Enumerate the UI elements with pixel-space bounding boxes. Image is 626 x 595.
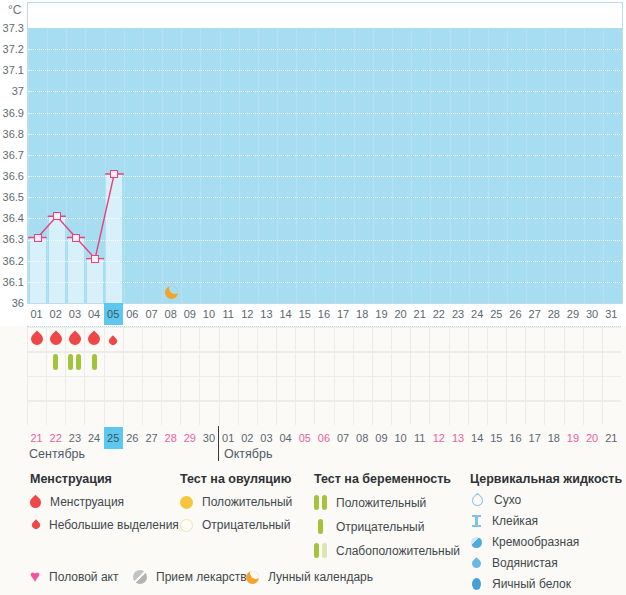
calendar-date-cell[interactable]: 11 [410,427,429,449]
cycle-day-cell[interactable]: 25 [487,303,506,325]
legend-label: Отрицательный [336,520,424,534]
legend-item-eggwhite: Яичный белок [470,577,622,591]
cycle-day-cell[interactable]: 28 [544,303,563,325]
cycle-day-cell[interactable]: 16 [314,303,333,325]
cycle-day-cell[interactable]: 30 [583,303,602,325]
pregnancy-test-day-icon [76,354,81,370]
calendar-date-cell[interactable]: 04 [276,427,295,449]
y-axis-tick: 36.9 [0,107,24,128]
calendar-date-cell[interactable]: 15 [487,427,506,449]
cycle-day-cell[interactable]: 01 [27,303,46,325]
y-axis-tick: 36.5 [0,191,24,212]
legend-item-creamy: Кремообразная [470,535,622,549]
calendar-date-cell[interactable]: 25 [104,427,123,449]
y-axis-tick: 36 [0,297,24,318]
calendar-date-cell[interactable]: 02 [238,427,257,449]
y-axis-tick: 37.2 [0,43,24,64]
calendar-date-cell[interactable]: 14 [468,427,487,449]
calendar-date-cell[interactable]: 01 [219,427,238,449]
calendar-date-cell[interactable]: 05 [295,427,314,449]
creamy-icon [471,537,482,548]
cycle-day-cell[interactable]: 06 [123,303,142,325]
temperature-point[interactable] [72,234,80,242]
legend-pregnancy-title: Тест на беременность [314,472,460,486]
calendar-date-cell[interactable]: 24 [84,427,103,449]
calendar-date-cell[interactable]: 13 [448,427,467,449]
legend-item-watery: Водянистая [470,556,622,570]
calendar-date-cell[interactable]: 12 [429,427,448,449]
y-axis-tick: 36.6 [0,170,24,191]
spotting-drop-icon [30,519,41,530]
cycle-day-cell[interactable]: 19 [372,303,391,325]
cycle-day-cell[interactable]: 27 [525,303,544,325]
cycle-day-cell[interactable]: 15 [295,303,314,325]
cycle-day-cell[interactable]: 24 [468,303,487,325]
y-axis-tick: 36.3 [0,233,24,254]
legend-item-ovulation-negative: Отрицательный [180,518,292,532]
calendar-date-row: 2122232425262728293001020304050607080910… [27,427,621,449]
cycle-day-cell[interactable]: 09 [180,303,199,325]
cycle-day-cell[interactable]: 31 [602,303,621,325]
cycle-day-cell[interactable]: 03 [65,303,84,325]
calendar-date-cell[interactable]: 09 [372,427,391,449]
cycle-day-cell[interactable]: 29 [563,303,582,325]
cycle-day-cell[interactable]: 08 [161,303,180,325]
moon-icon [246,571,259,584]
cycle-day-cell[interactable]: 26 [506,303,525,325]
calendar-date-cell[interactable]: 07 [334,427,353,449]
calendar-date-cell[interactable]: 18 [544,427,563,449]
temperature-line [28,3,622,303]
calendar-date-cell[interactable]: 06 [314,427,333,449]
cycle-day-cell[interactable]: 12 [238,303,257,325]
y-axis-tick: 37.3 [0,22,24,43]
y-axis-tick: 36.7 [0,149,24,170]
cycle-day-cell[interactable]: 20 [391,303,410,325]
cycle-day-cell[interactable]: 17 [334,303,353,325]
calendar-date-cell[interactable]: 17 [525,427,544,449]
calendar-date-cell[interactable]: 23 [65,427,84,449]
calendar-date-cell[interactable]: 30 [199,427,218,449]
temperature-point[interactable] [110,170,118,178]
legend-label: Небольшие выделения [49,518,179,532]
cycle-day-cell[interactable]: 02 [46,303,65,325]
cycle-day-cell[interactable]: 11 [219,303,238,325]
cycle-day-cell[interactable]: 22 [429,303,448,325]
pregnancy-test-day-icon [92,354,97,370]
cycle-day-cell[interactable]: 18 [353,303,372,325]
calendar-date-cell[interactable]: 27 [142,427,161,449]
pill-icon [133,570,147,584]
cycle-day-cell[interactable]: 13 [257,303,276,325]
legend-pregnancy-test: Тест на беременность Положительный Отриц… [314,472,460,558]
legend-label: Половой акт [49,570,118,584]
calendar-date-cell[interactable]: 28 [161,427,180,449]
legend-label: Клейкая [492,514,538,528]
calendar-date-cell[interactable]: 21 [27,427,46,449]
cycle-day-cell[interactable]: 23 [448,303,467,325]
calendar-date-cell[interactable]: 26 [123,427,142,449]
cycle-day-row: 0102030405060708091011121314151617181920… [27,303,621,325]
calendar-date-cell[interactable]: 21 [602,427,621,449]
temperature-point[interactable] [91,255,99,263]
calendar-date-cell[interactable]: 20 [583,427,602,449]
legend-item-ovulation-positive: Положительный [180,495,292,509]
calendar-date-cell[interactable]: 29 [180,427,199,449]
legend-cervical-fluid: Цервикальная жидкость Сухо Клейкая Кремо… [470,472,622,591]
temperature-point[interactable] [34,234,42,242]
calendar-date-cell[interactable]: 03 [257,427,276,449]
cycle-day-cell[interactable]: 14 [276,303,295,325]
temperature-point[interactable] [53,212,61,220]
calendar-date-cell[interactable]: 16 [506,427,525,449]
pregnancy-test-day-icon [53,354,58,370]
y-axis-unit: °C [8,3,21,17]
calendar-date-cell[interactable]: 10 [391,427,410,449]
calendar-date-cell[interactable]: 19 [563,427,582,449]
calendar-date-cell[interactable]: 08 [353,427,372,449]
cycle-day-cell[interactable]: 10 [199,303,218,325]
cycle-day-cell[interactable]: 21 [410,303,429,325]
calendar-date-cell[interactable]: 22 [46,427,65,449]
cycle-day-cell[interactable]: 05 [104,303,123,325]
cycle-day-cell[interactable]: 07 [142,303,161,325]
legend-item-lunar: Лунный календарь [246,570,373,584]
legend-label: Лунный календарь [268,570,373,584]
cycle-day-cell[interactable]: 04 [84,303,103,325]
